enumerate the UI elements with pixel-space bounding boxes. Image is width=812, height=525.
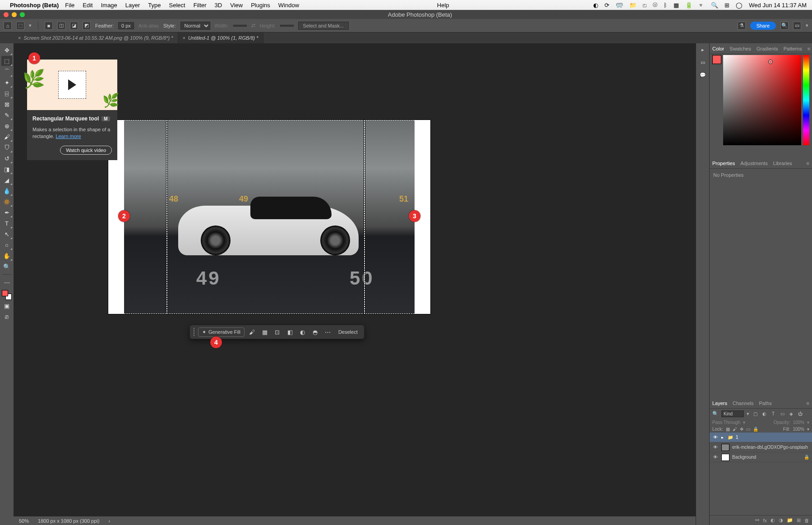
transform-icon[interactable]: ◧ xyxy=(285,327,295,337)
crop-tool[interactable]: ⌸ xyxy=(1,88,12,98)
share-button[interactable]: Share xyxy=(750,22,776,30)
beaker-icon[interactable]: ⚗ xyxy=(738,22,746,30)
panel-menu-icon[interactable]: ≡ xyxy=(807,46,810,51)
generative-fill-button[interactable]: ✦ Generative Fill xyxy=(198,327,245,337)
menu-file[interactable]: File xyxy=(65,2,74,9)
close-window-button[interactable] xyxy=(4,12,9,17)
document-dimensions[interactable]: 1800 px x 1080 px (300 ppi) xyxy=(38,518,99,524)
new-group-icon[interactable]: 📁 xyxy=(787,517,793,523)
layer-thumbnail[interactable] xyxy=(721,454,729,461)
dodge-tool[interactable]: 🔅 xyxy=(1,197,12,207)
delete-layer-icon[interactable]: 🗑 xyxy=(804,518,809,523)
menu-3d[interactable]: 3D xyxy=(215,2,222,9)
status-icon[interactable]: ▦ xyxy=(674,2,679,9)
lock-all-icon[interactable]: 🔒 xyxy=(753,427,758,432)
close-tab-icon[interactable]: × xyxy=(18,35,21,41)
selection-intersect-icon[interactable]: ◩ xyxy=(83,22,91,30)
document-tab[interactable]: × Untitled-1 @ 100% (1, RGB/8) * xyxy=(178,32,263,43)
fill-icon[interactable]: ◓ xyxy=(310,327,320,337)
menu-plugins[interactable]: Plugins xyxy=(251,2,270,9)
eyedropper-tool[interactable]: ✎ xyxy=(1,110,12,120)
layer-thumbnail[interactable] xyxy=(721,444,729,451)
marquee-tool-icon[interactable]: ⬚ xyxy=(16,22,24,30)
app-name[interactable]: Photoshop (Beta) xyxy=(10,2,59,9)
color-swatches[interactable] xyxy=(2,290,12,300)
zoom-level[interactable]: 50% xyxy=(19,518,29,524)
visibility-icon[interactable]: 👁 xyxy=(712,435,719,440)
siri-icon[interactable]: ◯ xyxy=(736,2,743,9)
layer-name[interactable]: Background xyxy=(732,455,756,460)
minimize-window-button[interactable] xyxy=(12,12,17,17)
tab-layers[interactable]: Layers xyxy=(712,401,727,406)
new-fill-icon[interactable]: ◑ xyxy=(779,517,783,523)
style-select[interactable]: Normal xyxy=(180,22,210,30)
tab-adjustments[interactable]: Adjustments xyxy=(740,161,768,166)
layer-filter-input[interactable] xyxy=(721,410,744,417)
quick-select-tool[interactable]: ✦ xyxy=(1,78,12,88)
panel-menu-icon[interactable]: ≡ xyxy=(807,401,809,406)
layer-name[interactable]: erik-mclean-dbLgODXOPgo-unsplash xyxy=(732,445,808,450)
group-arrow-icon[interactable]: ▸ xyxy=(721,435,725,440)
layer-mask-icon[interactable]: ◐ xyxy=(770,517,775,523)
layer-name[interactable]: 1 xyxy=(736,435,738,440)
filter-type-icon[interactable]: T xyxy=(770,411,776,417)
workspace-icon[interactable]: ▭ xyxy=(793,22,801,30)
layer-row[interactable]: 👁 erik-mclean-dbLgODXOPgo-unsplash xyxy=(710,442,812,452)
status-icon[interactable]: ◐ xyxy=(593,2,598,9)
tab-swatches[interactable]: Swatches xyxy=(729,46,751,51)
control-center-icon[interactable]: ⊞ xyxy=(724,2,729,9)
comments-panel-icon[interactable]: 💬 xyxy=(698,70,707,79)
menu-edit[interactable]: Edit xyxy=(83,2,92,9)
menu-filter[interactable]: Filter xyxy=(194,2,207,9)
bluetooth-icon[interactable]: ᛒ xyxy=(664,2,667,9)
tab-gradients[interactable]: Gradients xyxy=(757,46,778,51)
lock-position-icon[interactable]: ✥ xyxy=(740,427,743,432)
link-layers-icon[interactable]: ⚯ xyxy=(755,517,759,523)
home-icon[interactable]: ⌂ xyxy=(4,22,12,30)
feather-field[interactable]: 0 px xyxy=(118,22,134,29)
current-color-swatch[interactable] xyxy=(712,55,721,64)
menu-select[interactable]: Select xyxy=(169,2,185,9)
folder-icon[interactable]: 📁 xyxy=(629,2,637,9)
stamp-tool[interactable]: ⛉ xyxy=(1,143,12,152)
brush-tool[interactable]: 🖌 xyxy=(1,132,12,142)
tab-libraries[interactable]: Libraries xyxy=(773,161,792,166)
maximize-window-button[interactable] xyxy=(20,12,25,17)
status-icon[interactable]: ⦾ xyxy=(653,1,657,9)
selection-subtract-icon[interactable]: ◪ xyxy=(70,22,78,30)
select-and-mask-button[interactable]: Select and Mask... xyxy=(298,22,349,30)
pen-tool[interactable]: ✒ xyxy=(1,207,12,217)
eraser-tool[interactable]: ◨ xyxy=(1,164,12,174)
canvas[interactable]: 48 49 51 49 50 xyxy=(108,120,430,314)
layer-row[interactable]: 👁 Background 🔒 xyxy=(710,452,812,462)
blur-tool[interactable]: 💧 xyxy=(1,186,12,196)
learn-more-link[interactable]: Learn more xyxy=(55,134,81,139)
quickmask-tool[interactable]: ▣ xyxy=(1,301,12,311)
filter-toggle-icon[interactable]: ⏻ xyxy=(797,411,803,417)
path-select-tool[interactable]: ↖ xyxy=(1,229,12,239)
marquee-tool[interactable]: ⬚ xyxy=(1,56,12,66)
color-indicator[interactable] xyxy=(768,60,773,64)
healing-tool[interactable]: ⊕ xyxy=(1,121,12,131)
type-tool[interactable]: T xyxy=(1,218,12,228)
menu-type[interactable]: Type xyxy=(148,2,161,9)
color-field[interactable] xyxy=(723,55,801,145)
drag-handle-icon[interactable] xyxy=(194,328,195,336)
history-brush-tool[interactable]: ↺ xyxy=(1,153,12,163)
more-icon[interactable]: ⋯ xyxy=(323,327,333,337)
visibility-icon[interactable]: 👁 xyxy=(712,455,719,460)
panel-icon[interactable]: ▸ xyxy=(698,45,707,54)
tab-color[interactable]: Color xyxy=(712,46,724,51)
remove-bg-icon[interactable]: ⊡ xyxy=(272,327,282,337)
lasso-tool[interactable]: ⌒ xyxy=(1,67,12,77)
menu-help[interactable]: Help xyxy=(437,2,449,9)
lock-image-icon[interactable]: 🖌 xyxy=(733,427,737,432)
layer-row[interactable]: 👁 ▸ 📁 1 xyxy=(710,433,812,442)
new-layer-icon[interactable]: ⊞ xyxy=(797,517,801,523)
filter-adjust-icon[interactable]: ◐ xyxy=(761,411,767,417)
selection-marquee[interactable] xyxy=(108,120,430,314)
panel-menu-icon[interactable]: ≡ xyxy=(807,161,809,166)
opacity-value[interactable]: 100% xyxy=(793,420,804,425)
menu-view[interactable]: View xyxy=(230,2,243,9)
filter-smart-icon[interactable]: ◈ xyxy=(788,411,794,417)
